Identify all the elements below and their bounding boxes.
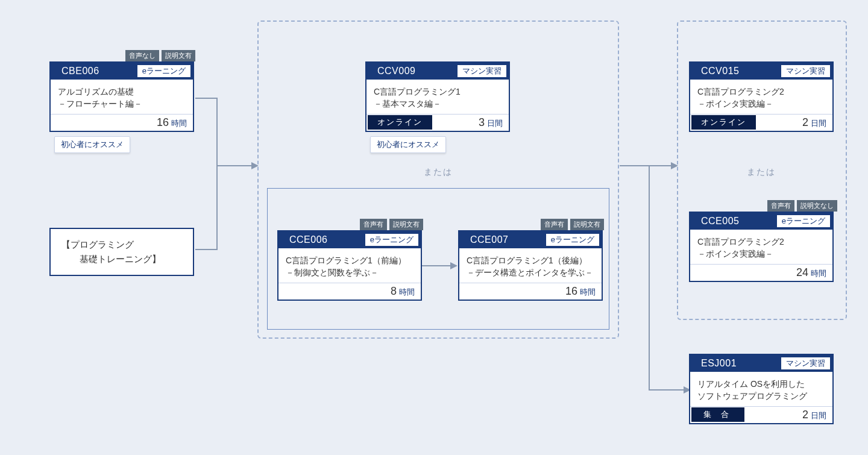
category-box: 【プログラミング 基礎トレーニング】 [49, 228, 194, 276]
duration-unit: 日間 [811, 410, 826, 421]
duration-unit: 時間 [399, 287, 415, 298]
course-code: CCV009 [366, 66, 415, 77]
course-type: eラーニング [546, 233, 600, 246]
course-title1: C言語プログラミング1（後編） [467, 254, 594, 266]
tag-audio-no: 音声なし [125, 50, 159, 61]
course-header: CBE006 eラーニング [51, 63, 193, 80]
course-title2: －ポインタ実践編－ [697, 248, 825, 260]
course-ccv009[interactable]: CCV009 マシン実習 C言語プログラミング1 －基本マスタ編－ オンライン … [365, 61, 510, 132]
course-title2: ソフトウェアプログラミング [697, 390, 825, 402]
pretags-cce005: 音声有 説明文なし [767, 200, 837, 212]
course-body: C言語プログラミング2 －ポインタ実践編－ [690, 80, 832, 114]
course-body: C言語プログラミング2 －ポインタ実践編－ [690, 230, 832, 264]
duration-unit: 時間 [580, 287, 596, 298]
recommend-badge-cbe006: 初心者にオススメ [54, 136, 130, 153]
course-ccv015[interactable]: CCV015 マシン実習 C言語プログラミング2 －ポインタ実践編－ オンライン… [689, 61, 834, 132]
course-header: CCV015 マシン実習 [690, 63, 832, 80]
course-title1: リアルタイム OSを利用した [697, 378, 825, 390]
tag-audio-yes: 音声有 [767, 200, 794, 212]
tag-audio-yes: 音声有 [541, 219, 568, 230]
category-line2: 基礎トレーニング】 [61, 252, 182, 266]
course-type: マシン実習 [781, 64, 831, 78]
course-title1: C言語プログラミング1（前編） [286, 254, 414, 266]
course-footer: 16 時間 [459, 283, 602, 300]
course-code: CCE005 [690, 216, 739, 227]
course-header: CCE007 eラーニング [459, 231, 602, 248]
course-code: CCV015 [690, 66, 739, 77]
tag-audio-yes: 音声有 [360, 219, 387, 230]
course-format: オンライン [691, 115, 756, 130]
category-line1: 【プログラミング [61, 237, 182, 252]
course-title1: C言語プログラミング1 [374, 86, 502, 98]
course-footer: 16 時間 [51, 114, 193, 131]
course-type: eラーニング [365, 233, 419, 246]
course-title2: －基本マスタ編－ [374, 98, 502, 110]
course-title1: アルゴリズムの基礎 [58, 86, 186, 98]
course-body: C言語プログラミング1（前編） －制御文と関数を学ぶ－ [278, 248, 421, 283]
course-body: C言語プログラミング1 －基本マスタ編－ [366, 80, 509, 114]
course-header: CCV009 マシン実習 [366, 63, 509, 80]
tag-desc-yes: 説明文有 [162, 50, 195, 61]
course-cce006[interactable]: CCE006 eラーニング C言語プログラミング1（前編） －制御文と関数を学ぶ… [277, 230, 422, 301]
pretags-cce006: 音声有 説明文有 [360, 219, 423, 230]
course-title1: C言語プログラミング2 [697, 236, 825, 248]
course-footer: 24 時間 [690, 264, 832, 281]
duration-num: 2 [802, 116, 808, 129]
tag-desc-no: 説明文なし [797, 200, 837, 212]
course-code: CCE007 [459, 234, 508, 245]
duration-unit: 日間 [811, 118, 826, 129]
course-header: ESJ001 マシン実習 [690, 355, 832, 372]
pretags-cce007: 音声有 説明文有 [541, 219, 604, 230]
course-header: CCE005 eラーニング [690, 213, 832, 230]
course-format: オンライン [368, 115, 432, 130]
course-type: マシン実習 [781, 357, 831, 370]
or-label-1: または [417, 167, 459, 178]
course-body: C言語プログラミング1（後編） －データ構造とポインタを学ぶ－ [459, 248, 602, 283]
course-footer: オンライン 3 日間 [366, 114, 509, 131]
duration-num: 8 [391, 285, 397, 298]
course-footer: 8 時間 [278, 283, 421, 300]
course-body: アルゴリズムの基礎 －フローチャート編－ [51, 80, 193, 114]
duration-unit: 時間 [811, 268, 826, 279]
duration-num: 3 [479, 116, 485, 129]
course-cce005[interactable]: CCE005 eラーニング C言語プログラミング2 －ポインタ実践編－ 24 時… [689, 212, 834, 282]
duration-unit: 日間 [487, 118, 503, 129]
pretags-cbe006: 音声なし 説明文有 [125, 50, 195, 61]
course-body: リアルタイム OSを利用した ソフトウェアプログラミング [690, 372, 832, 406]
or-label-2: または [740, 167, 782, 178]
course-footer: オンライン 2 日間 [690, 114, 832, 131]
course-type: eラーニング [137, 64, 191, 78]
duration-num: 2 [802, 409, 808, 421]
duration-unit: 時間 [171, 118, 187, 129]
duration-num: 16 [565, 285, 577, 298]
course-cbe006[interactable]: CBE006 eラーニング アルゴリズムの基礎 －フローチャート編－ 16 時間 [49, 61, 194, 132]
duration-num: 24 [796, 266, 808, 279]
tag-desc-yes: 説明文有 [389, 219, 423, 230]
tag-desc-yes: 説明文有 [570, 219, 604, 230]
course-header: CCE006 eラーニング [278, 231, 421, 248]
course-footer: 集 合 2 日間 [690, 406, 832, 423]
course-esj001[interactable]: ESJ001 マシン実習 リアルタイム OSを利用した ソフトウェアプログラミン… [689, 354, 834, 424]
course-title2: －ポインタ実践編－ [697, 98, 825, 110]
course-code: ESJ001 [690, 358, 737, 369]
recommend-badge-ccv009: 初心者にオススメ [370, 136, 446, 153]
course-type: eラーニング [776, 215, 831, 228]
course-code: CBE006 [51, 66, 99, 77]
course-title1: C言語プログラミング2 [697, 86, 825, 98]
course-title2: －制御文と関数を学ぶ－ [286, 266, 414, 278]
course-title2: －データ構造とポインタを学ぶ－ [467, 266, 594, 278]
course-cce007[interactable]: CCE007 eラーニング C言語プログラミング1（後編） －データ構造とポイン… [458, 230, 603, 301]
duration-num: 16 [157, 116, 169, 129]
course-type: マシン実習 [457, 64, 507, 78]
course-title2: －フローチャート編－ [58, 98, 186, 110]
course-code: CCE006 [278, 234, 327, 245]
course-format: 集 合 [691, 407, 744, 422]
